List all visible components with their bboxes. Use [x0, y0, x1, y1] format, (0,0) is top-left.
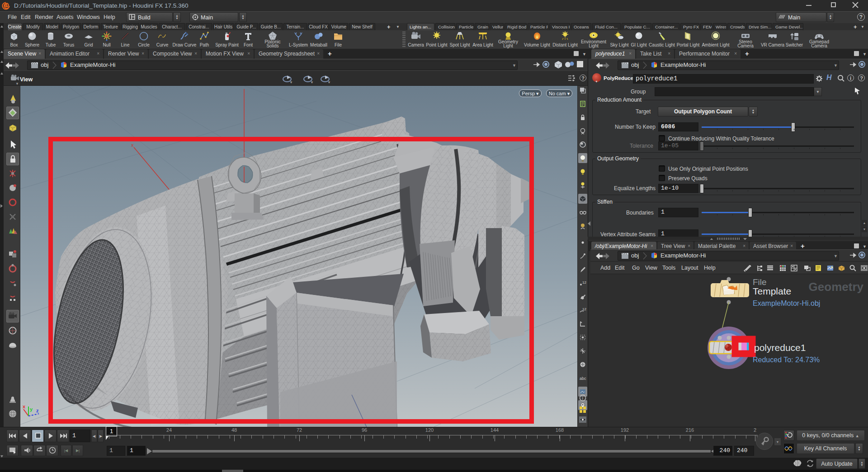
svg-text:y: y — [30, 407, 33, 412]
svg-text:12: 12 — [582, 280, 586, 285]
svg-text:z: z — [36, 408, 39, 413]
svg-text:i: i — [582, 396, 583, 401]
svg-text:12: 12 — [582, 307, 586, 311]
svg-text:abc: abc — [580, 376, 586, 381]
svg-text:x: x — [131, 142, 134, 148]
svg-text:x: x — [23, 404, 26, 409]
